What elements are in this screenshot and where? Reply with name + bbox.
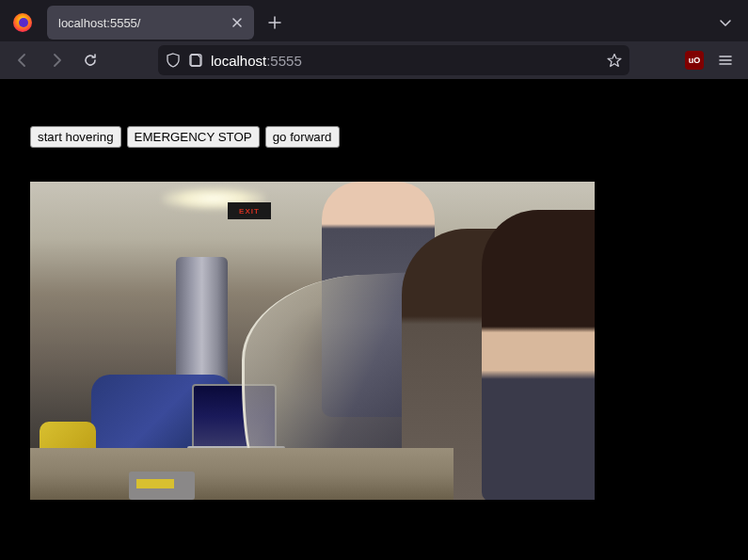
page-content: start hovering EMERGENCY STOP go forward… (0, 79, 748, 560)
new-tab-button[interactable] (262, 9, 288, 36)
bookmark-icon[interactable] (607, 53, 622, 68)
ublock-extension-button[interactable]: uO (682, 48, 707, 72)
video-image: EXIT (30, 182, 595, 500)
back-button[interactable] (8, 45, 38, 75)
toolbar: localhost:5555 uO (0, 41, 748, 79)
reload-button[interactable] (75, 45, 105, 75)
emergency-stop-button[interactable]: EMERGENCY STOP (127, 126, 260, 148)
start-hovering-button[interactable]: start hovering (30, 126, 121, 148)
person-front (482, 210, 595, 500)
menu-button[interactable] (710, 45, 740, 75)
ublock-icon: uO (685, 51, 704, 70)
page-info-icon[interactable] (188, 53, 203, 68)
forward-button[interactable] (41, 45, 72, 75)
close-icon[interactable] (228, 13, 247, 32)
table-surface (30, 448, 454, 500)
shield-icon[interactable] (166, 53, 181, 68)
url-text: localhost:5555 (211, 53, 599, 69)
svg-point-1 (19, 18, 28, 27)
exit-sign: EXIT (228, 202, 271, 219)
button-row: start hovering EMERGENCY STOP go forward (30, 126, 718, 148)
url-bar[interactable]: localhost:5555 (158, 45, 629, 75)
tab[interactable]: localhost:5555/ (47, 6, 254, 40)
tape-item (129, 472, 195, 500)
list-tabs-button[interactable] (712, 9, 739, 36)
tab-bar: localhost:5555/ (0, 0, 748, 41)
firefox-logo-icon (9, 9, 36, 36)
go-forward-button[interactable]: go forward (265, 126, 340, 148)
tab-title: localhost:5555/ (58, 16, 228, 30)
